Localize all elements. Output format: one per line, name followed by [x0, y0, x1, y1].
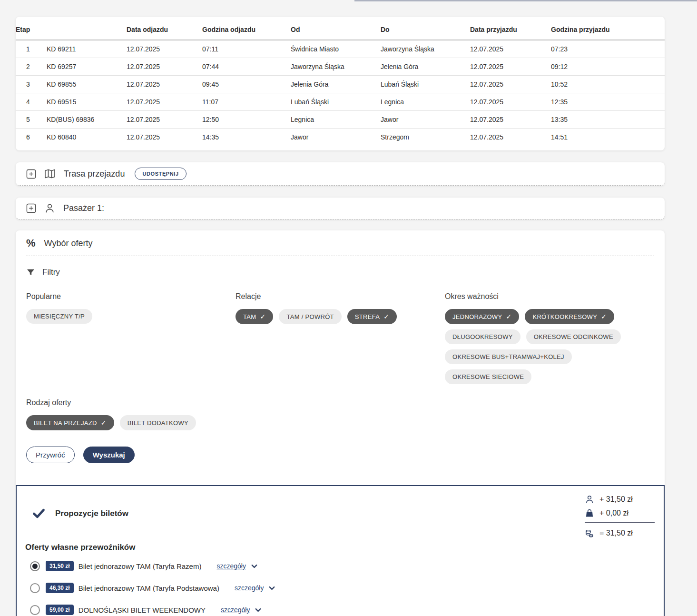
- percent-icon: %: [26, 237, 36, 249]
- cell-train: KD(BUS) 69836: [47, 111, 127, 129]
- cell-to: Jelenia Góra: [381, 58, 470, 76]
- passenger-section: Pasażer 1:: [16, 198, 665, 219]
- cell-arrival-date: 12.07.2025: [470, 76, 551, 93]
- proposals-box: + 31,50 zł + 0,00 zł: [16, 485, 665, 616]
- details-link[interactable]: szczegóły: [235, 584, 264, 592]
- details-link[interactable]: szczegóły: [216, 562, 245, 570]
- filter-chip[interactable]: OKRESOWE BUS+TRAMWAJ+KOLEJ ✓: [445, 349, 572, 364]
- offer-card: % Wybór oferty Filtry Popularne MIESIĘCZ…: [16, 230, 665, 485]
- radio-button[interactable]: [30, 583, 40, 593]
- summary-divider: [585, 522, 655, 523]
- chevron-down-icon[interactable]: [251, 563, 258, 570]
- cell-arrival-time: 13:35: [551, 111, 665, 129]
- chevron-down-icon[interactable]: [255, 606, 262, 614]
- table-row: 4 KD 69515 12.07.2025 11:07 Lubań Śląski…: [16, 93, 665, 111]
- cell-departure-time: 11:07: [202, 93, 291, 111]
- total-price-row: = 31,50 zł: [585, 528, 657, 538]
- reset-button[interactable]: Przywróć: [26, 447, 75, 463]
- chip-label: BILET DODATKOWY: [128, 419, 188, 427]
- check-icon: ✓: [260, 313, 265, 320]
- table-row: 5 KD(BUS) 69836 12.07.2025 12:50 Legnica…: [16, 111, 665, 129]
- check-icon: ✓: [506, 313, 511, 320]
- checkmark-icon: [32, 507, 45, 520]
- cell-from: Legnica: [291, 111, 381, 129]
- chevron-down-icon[interactable]: [268, 585, 275, 592]
- share-button[interactable]: UDOSTĘPNIJ: [135, 168, 186, 180]
- filters-header: Filtry: [26, 268, 654, 277]
- filter-chip[interactable]: KRÓTKOOKRESOWY ✓: [525, 309, 614, 324]
- ticket-name: Bilet jednorazowy TAM (Taryfa Razem): [79, 562, 202, 570]
- radio-button[interactable]: [30, 561, 40, 571]
- filter-chip[interactable]: TAM / POWRÓT ✓: [279, 309, 341, 324]
- cell-departure-date: 12.07.2025: [127, 40, 202, 58]
- cell-from: Świdnica Miasto: [291, 40, 381, 58]
- filter-chip[interactable]: STREFA ✓: [347, 309, 397, 324]
- check-icon: ✓: [601, 313, 607, 320]
- search-button[interactable]: Wyszukaj: [83, 447, 135, 463]
- cell-arrival-time: 10:52: [551, 76, 665, 93]
- total-price: = 31,50 zł: [599, 529, 633, 537]
- chip-label: STREFA: [355, 313, 380, 320]
- filter-chip[interactable]: OKRESOWE SIECIOWE ✓: [445, 369, 531, 384]
- table-row: 2 KD 69257 12.07.2025 07:44 Jaworzyna Śl…: [16, 58, 665, 76]
- filter-chip[interactable]: TAM ✓: [236, 309, 273, 324]
- cell-train: KD 69855: [47, 76, 127, 93]
- cell-etap: 6: [16, 129, 47, 146]
- cell-to: Strzegom: [381, 129, 470, 146]
- filter-chip[interactable]: BILET NA PRZEJAZD ✓: [26, 415, 114, 430]
- cell-etap: 4: [16, 93, 47, 111]
- check-icon: ✓: [383, 313, 389, 320]
- ticket-name: Bilet jednorazowy TAM (Taryfa Podstawowa…: [79, 584, 219, 592]
- bag-icon: [585, 508, 594, 518]
- cell-departure-time: 07:11: [202, 40, 291, 58]
- page-content: EtapData odjazduGodzina odjazduOdDoData …: [16, 17, 665, 616]
- group-label: Relacje: [236, 292, 445, 301]
- column-header: Do: [381, 19, 470, 40]
- cell-from: Jelenia Góra: [291, 76, 381, 93]
- cell-from: Jaworzyna Śląska: [291, 58, 381, 76]
- filter-chip[interactable]: BILET DODATKOWY ✓: [120, 415, 196, 430]
- expand-plus-icon[interactable]: [26, 169, 36, 179]
- chip-label: OKRESOWE ODCINKOWE: [534, 333, 613, 340]
- filter-chip[interactable]: JEDNORAZOWY ✓: [445, 309, 519, 324]
- filter-chip[interactable]: DŁUGOOKRESOWY ✓: [445, 329, 520, 344]
- column-header: Od: [291, 19, 381, 40]
- cell-departure-date: 12.07.2025: [127, 58, 202, 76]
- cell-etap: 1: [16, 40, 47, 58]
- offer-header: % Wybór oferty: [26, 230, 654, 256]
- cell-to: Legnica: [381, 93, 470, 111]
- route-section-title: Trasa przejazdu: [64, 169, 125, 179]
- filter-chip[interactable]: OKRESOWE ODCINKOWE ✓: [526, 329, 621, 344]
- chip-label: OKRESOWE BUS+TRAMWAJ+KOLEJ: [452, 353, 564, 360]
- column-header: Data przyjazdu: [470, 19, 551, 40]
- map-icon: [44, 168, 56, 179]
- cell-arrival-date: 12.07.2025: [470, 58, 551, 76]
- chip-label: DŁUGOOKRESOWY: [452, 333, 513, 340]
- filter-chip[interactable]: MIESIĘCZNY T/P ✓: [26, 309, 92, 324]
- chip-label: TAM: [243, 313, 256, 320]
- cell-to: Jaworzyna Śląska: [381, 40, 470, 58]
- passenger-section-title: Pasażer 1:: [63, 203, 104, 213]
- ticket-option: 59,00 zł DOLNOŚLĄSKI BILET WEEKENDOWY sz…: [30, 599, 664, 616]
- cell-arrival-time: 12:35: [551, 93, 665, 111]
- cell-etap: 2: [16, 58, 47, 76]
- price-badge: 59,00 zł: [46, 605, 74, 615]
- expand-plus-icon[interactable]: [26, 203, 36, 213]
- chip-label: KRÓTKOOKRESOWY: [532, 313, 597, 320]
- details-link[interactable]: szczegóły: [221, 606, 250, 614]
- radio-button[interactable]: [30, 605, 40, 615]
- top-edge-artifact: [354, 0, 697, 1]
- cell-departure-date: 12.07.2025: [127, 111, 202, 129]
- cell-from: Lubań Śląski: [291, 93, 381, 111]
- cell-departure-time: 14:35: [202, 129, 291, 146]
- price-summary: + 31,50 zł + 0,00 zł: [585, 495, 657, 542]
- chip-label: OKRESOWE SIECIOWE: [452, 373, 524, 380]
- chip-label: TAM / POWRÓT: [286, 313, 334, 320]
- cell-train: KD 69257: [47, 58, 127, 76]
- table-row: 3 KD 69855 12.07.2025 09:45 Jelenia Góra…: [16, 76, 665, 93]
- table-row: 1 KD 69211 12.07.2025 07:11 Świdnica Mia…: [16, 40, 665, 58]
- chip-label: JEDNORAZOWY: [452, 313, 502, 320]
- column-header: [47, 19, 127, 40]
- filter-actions: Przywróć Wyszukaj: [26, 447, 654, 485]
- offer-section-title: Wybór oferty: [44, 238, 93, 248]
